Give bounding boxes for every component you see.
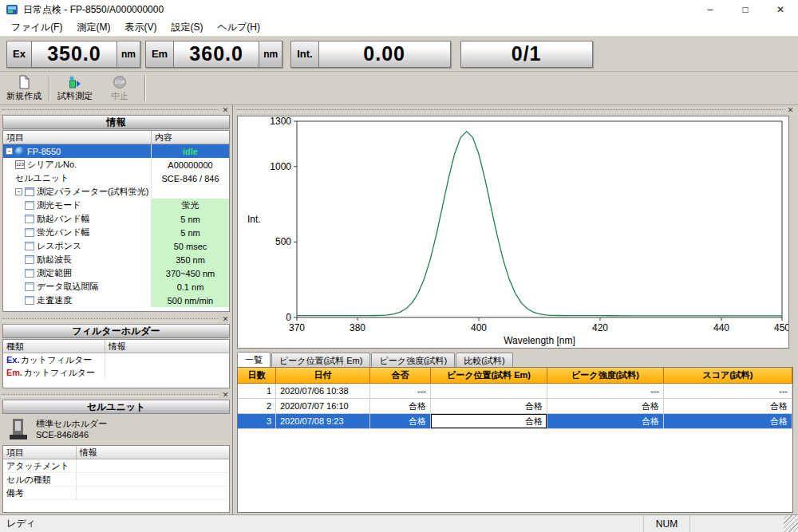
results-row[interactable]: 22020/07/07 16:10合格合格合格合格 <box>238 399 792 414</box>
info-tree-row[interactable]: レスポンス50 msec <box>3 239 229 253</box>
filter-type-cell: Ex.カットフィルター <box>3 353 105 366</box>
window-controls: – □ ✕ <box>693 0 798 19</box>
menu-measure[interactable]: 測定(M) <box>69 19 117 36</box>
stop-button-label: 中止 <box>111 90 128 102</box>
results-cell[interactable]: 2020/07/08 9:23 <box>276 414 370 429</box>
maximize-button[interactable]: □ <box>728 0 763 19</box>
results-cell[interactable]: 合格 <box>370 399 431 414</box>
info-tree-row[interactable]: -FP-8550idle <box>3 144 229 158</box>
info-tree-row[interactable]: 励起波長350 nm <box>3 253 229 266</box>
info-item-cell: 測定範囲 <box>3 266 152 280</box>
filter-panel-title: フィルターホルダー <box>2 324 230 338</box>
results-cell[interactable]: 1 <box>238 384 276 399</box>
tab-list[interactable]: 一覧 <box>237 352 271 367</box>
results-row[interactable]: 32020/07/08 9:23合格合格合格合格 <box>238 414 792 429</box>
info-item-label: セルユニット <box>15 172 69 184</box>
filter-type-prefix: Ex. <box>6 355 20 365</box>
resize-grip[interactable] <box>784 515 798 532</box>
results-cell[interactable]: 合格 <box>431 399 547 414</box>
menu-settings[interactable]: 設定(S) <box>164 19 210 36</box>
results-cell[interactable]: --- <box>547 384 664 399</box>
svg-text:1000: 1000 <box>270 161 291 172</box>
filter-panel-grip[interactable]: ✕ <box>2 316 230 323</box>
spectrum-chart-panel: 370380400420440450050010001300Int.Wavele… <box>237 116 789 349</box>
results-cell[interactable]: 合格 <box>664 399 792 414</box>
minimize-button[interactable]: – <box>693 0 728 19</box>
menu-help[interactable]: ヘルプ(H) <box>210 19 267 36</box>
filter-table-header: 種類 情報 <box>3 340 229 353</box>
cell-row[interactable]: セルの種類 <box>3 473 229 487</box>
filter-row[interactable]: Em.カットフィルター <box>3 366 229 379</box>
chart-panel-close-button[interactable]: ✕ <box>786 106 795 115</box>
info-tree-row[interactable]: データ取込間隔0.1 nm <box>3 280 229 294</box>
results-header-row: 日数日付合否ピーク位置(試料 Em)ピーク強度(試料)スコア(試料) <box>238 368 792 384</box>
results-row[interactable]: 12020/07/06 10:38--------- <box>238 384 792 399</box>
results-cell[interactable]: --- <box>664 384 792 399</box>
info-item-value: A00000000 <box>152 158 229 171</box>
results-cell[interactable]: 合格 <box>431 414 547 429</box>
filter-panel-close-button[interactable]: ✕ <box>221 315 230 324</box>
results-cell[interactable]: 2 <box>238 399 276 414</box>
results-cell[interactable]: --- <box>370 384 431 399</box>
doc-icon <box>25 282 34 291</box>
cell-panel-grip[interactable]: ✕ <box>2 392 230 399</box>
results-cell[interactable]: 3 <box>238 414 276 429</box>
info-item-cell: データ取込間隔 <box>3 280 152 294</box>
filter-table: 種類 情報 Ex.カットフィルターEm.カットフィルター <box>2 339 230 388</box>
info-tree-row[interactable]: 123シリアルNo.A00000000 <box>3 158 229 171</box>
ex-unit: nm <box>117 41 140 68</box>
chart-panel-grip[interactable]: ✕ <box>237 107 795 114</box>
instrument-icon <box>15 147 25 156</box>
info-tree-row[interactable]: 蛍光バンド幅5 nm <box>3 226 229 239</box>
results-cell[interactable]: 合格 <box>547 399 664 414</box>
info-item-value: 5 nm <box>152 226 229 239</box>
new-document-icon <box>17 75 31 89</box>
filter-column-info: 情報 <box>105 340 229 353</box>
results-cell[interactable]: 2020/07/06 10:38 <box>276 384 370 399</box>
info-tree-row[interactable]: -測定パラメーター(試料蛍光) <box>3 185 229 199</box>
info-item-cell: 測光モード <box>3 199 152 212</box>
results-cell[interactable]: 合格 <box>370 414 431 429</box>
doc-icon <box>25 255 34 264</box>
info-panel-grip[interactable]: ✕ <box>2 107 230 114</box>
info-item-label: 励起バンド幅 <box>37 213 90 225</box>
info-panel-close-button[interactable]: ✕ <box>221 106 230 115</box>
em-label: Em <box>145 41 173 68</box>
results-cell[interactable]: 合格 <box>664 414 792 429</box>
cell-panel-close-button[interactable]: ✕ <box>221 391 230 400</box>
results-column-header: ピーク強度(試料) <box>547 368 664 384</box>
sample-measure-button[interactable]: 試料測定 <box>53 73 97 104</box>
close-button[interactable]: ✕ <box>763 0 798 19</box>
info-item-cell: -FP-8550 <box>3 144 152 158</box>
info-item-label: 測光モード <box>37 199 81 211</box>
info-tree-row[interactable]: セルユニットSCE-846 / 846 <box>3 171 229 185</box>
cell-row[interactable]: アタッチメント <box>3 459 229 473</box>
tree-expander[interactable]: - <box>6 148 13 155</box>
stop-button[interactable]: STOP 中止 <box>97 73 142 104</box>
tab-peak-position[interactable]: ピーク位置(試料 Em) <box>271 353 370 367</box>
svg-text:Wavelength [nm]: Wavelength [nm] <box>504 335 575 346</box>
results-cell[interactable]: 2020/07/07 16:10 <box>276 399 370 414</box>
menu-file[interactable]: ファイル(F) <box>4 19 69 36</box>
info-tree-row[interactable]: 励起バンド幅5 nm <box>3 212 229 226</box>
info-tree-row[interactable]: 走査速度500 nm/min <box>3 294 229 307</box>
filter-column-type: 種類 <box>3 340 105 353</box>
ex-label: Ex <box>6 41 31 68</box>
tab-comparison[interactable]: 比較(試料) <box>456 353 512 367</box>
results-cell[interactable]: 合格 <box>547 414 664 429</box>
cell-row[interactable]: 備考 <box>3 487 229 500</box>
status-bar: レディ NUM <box>0 514 798 532</box>
tree-expander[interactable]: - <box>15 188 22 195</box>
tab-peak-intensity[interactable]: ピーク強度(試料) <box>371 353 455 367</box>
results-column-header: ピーク位置(試料 Em) <box>431 368 547 384</box>
menu-view[interactable]: 表示(V) <box>117 19 164 36</box>
results-cell[interactable] <box>431 384 547 399</box>
info-tree-row[interactable]: 測定範囲370~450 nm <box>3 266 229 280</box>
filter-row[interactable]: Ex.カットフィルター <box>3 353 229 366</box>
svg-text:370: 370 <box>289 322 305 333</box>
info-item-label: 測定範囲 <box>37 267 72 279</box>
new-button-label: 新規作成 <box>6 90 41 102</box>
info-tree-row[interactable]: 測光モード蛍光 <box>3 199 229 212</box>
new-button[interactable]: 新規作成 <box>2 73 46 104</box>
results-column-header: スコア(試料) <box>664 368 792 384</box>
